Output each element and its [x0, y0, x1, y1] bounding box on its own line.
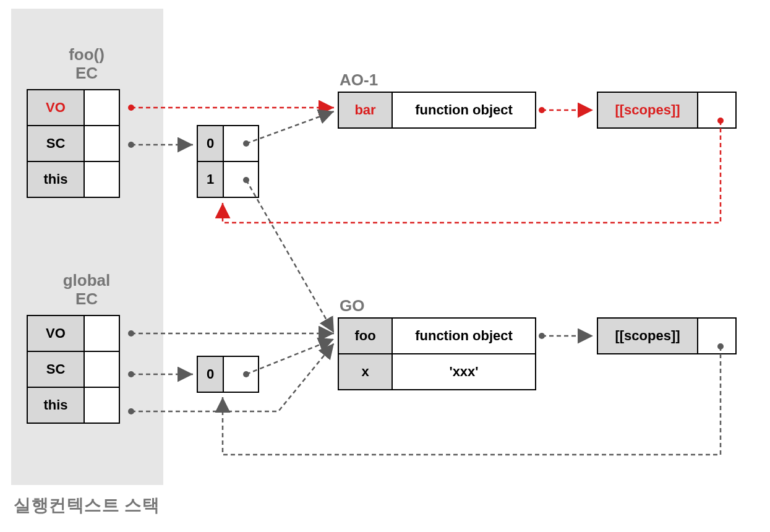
svg-point-4: [539, 107, 545, 113]
foo-sc-0-key: 0: [197, 126, 223, 161]
foo-ec-table: VO SC this: [27, 89, 120, 198]
foo-sc-0-val: [223, 126, 259, 161]
global-ec-sc-val: [84, 351, 119, 387]
global-sc-0-key: 0: [197, 356, 223, 392]
global-ec-this-key: this: [27, 387, 84, 423]
go-foo-key: foo: [338, 318, 392, 354]
global-ec-table: VO SC this: [27, 315, 120, 424]
foo-ec-sc-key: SC: [27, 126, 84, 161]
global-ec-sc-key: SC: [27, 351, 84, 387]
ao1-table: bar function object: [338, 92, 536, 129]
global-ec-this-val: [84, 387, 119, 423]
foo-ec-title: foo() EC: [25, 46, 148, 83]
global-ec-vo-key: VO: [27, 315, 84, 351]
scopes-bar-key: [[scopes]]: [597, 92, 698, 128]
go-x-key: x: [338, 354, 392, 390]
go-foo-val: function object: [392, 318, 536, 354]
global-ec-vo-val: [84, 315, 119, 351]
ao1-title: AO-1: [340, 71, 378, 90]
scopes-bar-table: [[scopes]]: [597, 92, 737, 129]
foo-ec-this-key: this: [27, 161, 84, 197]
go-table: foo function object x 'xxx': [338, 317, 536, 390]
foo-sc-1-val: [223, 161, 259, 197]
global-sc-0-val: [223, 356, 259, 392]
foo-ec-this-val: [84, 161, 119, 197]
foo-sc-1-key: 1: [197, 161, 223, 197]
ao1-bar-key: bar: [338, 92, 392, 128]
stack-caption: 실행컨텍스트 스택: [14, 494, 160, 517]
foo-ec-vo-key: VO: [27, 90, 84, 126]
svg-point-10: [539, 333, 545, 339]
go-title: GO: [340, 297, 364, 315]
scopes-bar-val: [698, 92, 736, 128]
scopes-foo-table: [[scopes]]: [597, 317, 737, 354]
go-x-val: 'xxx': [392, 354, 536, 390]
global-ec-title: global EC: [25, 272, 148, 309]
foo-ec-vo-val: [84, 90, 119, 126]
foo-scope-chain: 0 1: [197, 125, 259, 198]
global-scope-chain: 0: [197, 356, 259, 393]
foo-ec-sc-val: [84, 126, 119, 161]
scopes-foo-key: [[scopes]]: [597, 318, 698, 354]
scopes-foo-val: [698, 318, 736, 354]
ao1-bar-val: function object: [392, 92, 536, 128]
